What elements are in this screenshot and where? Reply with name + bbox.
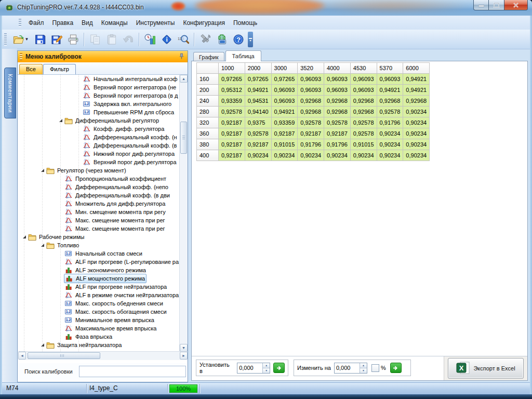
open-file-button[interactable]: ▼ xyxy=(10,32,31,47)
toolbar-overflow-button[interactable]: ▬▾ xyxy=(248,32,253,47)
tree-item[interactable]: Верхний порог интегратора (не xyxy=(18,83,188,91)
expand-arrow-icon[interactable] xyxy=(21,235,28,239)
table-cell[interactable]: 0,94921 xyxy=(377,85,403,96)
menu-item-Помощь[interactable]: Помощь xyxy=(229,17,261,29)
tree-item[interactable]: ALF экономичного режима xyxy=(18,266,188,274)
table-cell[interactable]: 0,93359 xyxy=(271,117,298,128)
info-button[interactable]: i xyxy=(159,32,175,47)
panel-grip-handle[interactable] xyxy=(20,53,22,60)
tree-item[interactable]: Рабочие режимы xyxy=(18,233,188,241)
table-cell[interactable]: 0,96093 xyxy=(298,74,324,85)
set-value-input[interactable]: 0,000 ▲▼ xyxy=(237,363,270,374)
table-cell[interactable]: 0,94921 xyxy=(271,107,298,117)
table-cell[interactable]: 0,97265 xyxy=(271,74,298,85)
tree-item[interactable]: Коэфф. дифф. регулятора xyxy=(18,125,188,133)
table-cell[interactable]: 0,91796 xyxy=(324,139,351,150)
tree-horizontal-scrollbar[interactable]: ◄ ► xyxy=(18,351,188,360)
scroll-right-icon[interactable]: ► xyxy=(180,352,188,360)
tree-item[interactable]: Множитель для дифф.регулятора xyxy=(18,200,188,208)
table-cell[interactable]: 0,90234 xyxy=(350,150,377,161)
table-cell[interactable]: 0,92968 xyxy=(403,96,430,107)
table-cell[interactable]: 0,96093 xyxy=(271,96,298,107)
print-button[interactable] xyxy=(65,32,81,47)
table-cell[interactable]: 0,92968 xyxy=(350,107,377,117)
save-as-button[interactable] xyxy=(49,32,64,47)
table-cell[interactable]: 0,92187 xyxy=(324,128,351,139)
table-cell[interactable]: 0,90234 xyxy=(245,150,271,161)
tree-item[interactable]: ALF при прогреве (L-регулирование ра xyxy=(18,258,188,266)
tree-item[interactable]: Макс. смещение момента при рег xyxy=(18,216,188,224)
compare-button[interactable] xyxy=(142,32,158,47)
table-cell[interactable]: 0,96093 xyxy=(377,74,403,85)
tree-item[interactable]: Нижний порог диф.регулятора xyxy=(18,150,188,158)
table-cell[interactable]: 0,90234 xyxy=(324,150,351,161)
table-cell[interactable]: 0,90234 xyxy=(403,128,430,139)
table-cell[interactable]: 0,96093 xyxy=(271,85,298,96)
table-cell[interactable]: 0,94921 xyxy=(245,85,271,96)
menu-item-Команды[interactable]: Команды xyxy=(97,17,132,29)
tab-comments[interactable]: Комментарии xyxy=(4,68,16,118)
table-cell[interactable]: 0,92578 xyxy=(350,117,377,128)
table-cell[interactable]: 0,96093 xyxy=(324,85,351,96)
table-cell[interactable]: 0,90234 xyxy=(403,107,430,117)
minimize-button[interactable] xyxy=(473,0,489,10)
table-cell[interactable]: 0,92578 xyxy=(377,107,403,117)
tree-item[interactable]: 1.2Превышение RPM для сброса xyxy=(18,108,188,116)
expand-arrow-icon[interactable] xyxy=(58,118,64,123)
export-excel-button[interactable]: X Экспорт в Excel xyxy=(448,358,524,379)
tree-item[interactable]: Дифференциальный коэфф. (н xyxy=(18,133,188,141)
table-cell[interactable]: 0,92968 xyxy=(377,96,403,107)
tree-item[interactable]: Верхний порог диф.регулятора xyxy=(18,158,188,166)
table-cell[interactable]: 0,94140 xyxy=(245,107,271,117)
table-cell[interactable]: 0,96093 xyxy=(298,85,324,96)
tools-button[interactable] xyxy=(197,32,213,47)
tree-item[interactable]: 1.2Задержка вкл. интегрального xyxy=(18,100,188,108)
table-cell[interactable]: 0,90234 xyxy=(298,150,324,161)
tree-vertical-scrollbar[interactable]: ▲ ▼ xyxy=(179,75,188,352)
table-cell[interactable]: 0,92968 xyxy=(298,107,324,117)
tree-item[interactable]: Начальный интегральный коэф xyxy=(18,75,188,83)
tree-item[interactable]: Макс. смещение момента при рег xyxy=(18,224,188,233)
table-cell[interactable]: 0,96093 xyxy=(350,74,377,85)
table-cell[interactable]: 0,92968 xyxy=(324,96,351,107)
close-button[interactable] xyxy=(504,0,528,10)
menu-item-Конфигурация[interactable]: Конфигурация xyxy=(179,17,229,29)
table-cell[interactable]: 0,9375 xyxy=(245,117,271,128)
expand-arrow-icon[interactable] xyxy=(39,343,46,347)
table-cell[interactable]: 0,93359 xyxy=(219,96,245,107)
table-cell[interactable]: 0,91796 xyxy=(298,139,324,150)
table-cell[interactable]: 0,92187 xyxy=(245,139,271,150)
tree-item[interactable]: ALF при прогреве нейтрализатора xyxy=(18,283,188,291)
maximize-button[interactable] xyxy=(489,0,504,10)
tree-item[interactable]: Дифференциальный регулятор xyxy=(18,116,188,125)
tree-item[interactable]: Фаза впрыска xyxy=(18,332,188,341)
table-cell[interactable]: 0,95312 xyxy=(219,85,245,96)
menu-item-Файл[interactable]: Файл xyxy=(24,17,48,29)
tab-Все[interactable]: Все xyxy=(19,64,43,74)
tree-item[interactable]: Дифференциальный коэфф. (непо xyxy=(18,183,188,191)
tree-item[interactable]: 1.2Макс. скорость обеднения смеси xyxy=(18,299,188,308)
table-cell[interactable]: 0,92578 xyxy=(350,128,377,139)
tree-item[interactable]: Пропорциональный коэффициент xyxy=(18,175,188,183)
search-input[interactable] xyxy=(79,366,186,377)
table-cell[interactable]: 0,90234 xyxy=(403,150,430,161)
tree-item[interactable]: 1.2Начальный состав смеси xyxy=(18,249,188,258)
scroll-up-icon[interactable]: ▲ xyxy=(180,75,188,83)
menu-item-Инструменты[interactable]: Инструменты xyxy=(132,17,179,29)
table-cell[interactable]: 0,92187 xyxy=(219,128,245,139)
table-cell[interactable]: 0,96093 xyxy=(324,74,351,85)
tree-item[interactable]: ALF в режиме очистки нейтрализатора xyxy=(18,291,188,299)
scroll-left-icon[interactable]: ◄ xyxy=(18,352,26,360)
table-cell[interactable]: 0,97265 xyxy=(245,74,271,85)
table-cell[interactable]: 0,97265 xyxy=(219,74,245,85)
percent-checkbox[interactable] xyxy=(371,364,379,372)
scroll-down-icon[interactable]: ▼ xyxy=(180,344,188,352)
table-cell[interactable]: 0,91796 xyxy=(377,117,403,128)
table-cell[interactable]: 0,90234 xyxy=(271,150,298,161)
menu-item-Вид[interactable]: Вид xyxy=(77,17,97,29)
table-cell[interactable]: 0,92187 xyxy=(271,128,298,139)
table-cell[interactable]: 0,92968 xyxy=(350,96,377,107)
zoom-button[interactable]: 110 xyxy=(176,32,191,47)
tree-item[interactable]: Защита нейтрализатора xyxy=(18,341,188,349)
table-cell[interactable]: 0,96093 xyxy=(350,85,377,96)
